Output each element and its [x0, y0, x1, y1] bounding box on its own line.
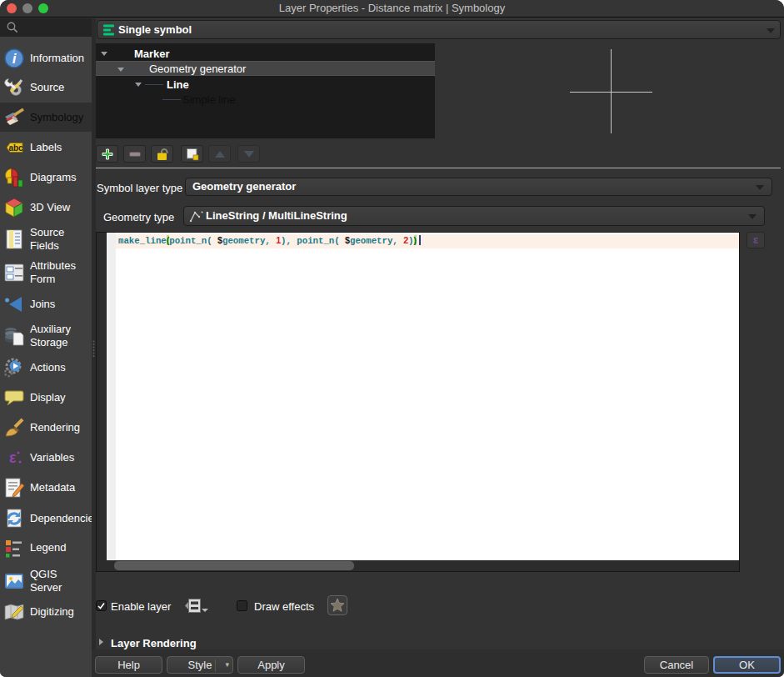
svg-text:abc: abc: [8, 143, 23, 153]
svg-text:ε: ε: [9, 449, 17, 466]
